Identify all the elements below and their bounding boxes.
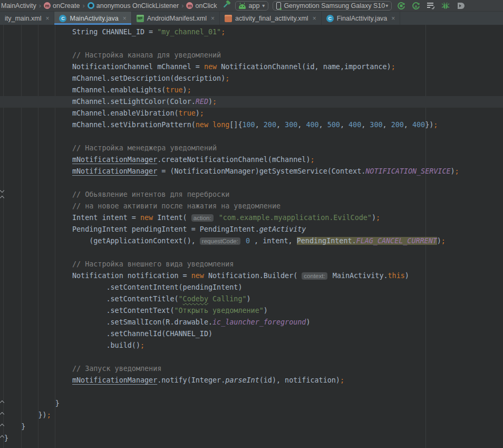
code-line[interactable]: mNotificationManager = (NotificationMana… xyxy=(0,166,503,177)
profiler-icon[interactable] xyxy=(427,2,435,10)
fold-marker-icon[interactable] xyxy=(0,411,5,416)
tab-finalacttivity-java[interactable]: C FinalActtivity.java × xyxy=(322,12,401,25)
code-line[interactable]: // Настройка внешнего вида уведомления xyxy=(0,259,503,270)
close-icon[interactable]: × xyxy=(391,15,395,22)
close-icon[interactable]: × xyxy=(211,15,215,22)
breadcrumb-label: anonymous OnClickListener xyxy=(96,2,179,9)
run-configuration-select[interactable]: app ▾ xyxy=(235,1,268,11)
code-line[interactable] xyxy=(0,131,503,142)
code-token: // Настройка внешнего вида уведомления xyxy=(4,260,234,268)
tab-label: ity_main.xml xyxy=(5,15,41,22)
code-line[interactable]: .setContentIntent(pendingIntent) xyxy=(0,282,503,293)
tab-activity-final-acttivity-xml[interactable]: activity_final_acttivity.xml × xyxy=(220,12,322,25)
code-token: true xyxy=(179,109,196,117)
debug-icon[interactable] xyxy=(441,2,450,10)
code-line[interactable]: PendingIntent pendingIntent = PendingInt… xyxy=(0,224,503,235)
close-icon[interactable]: × xyxy=(313,15,316,22)
apply-code-changes-icon[interactable]: A xyxy=(412,2,420,10)
apply-changes-icon[interactable] xyxy=(397,2,405,10)
code-token: 100 xyxy=(242,121,255,129)
code-line[interactable]: } xyxy=(0,398,503,409)
build-hammer-icon[interactable] xyxy=(222,1,231,11)
code-line[interactable] xyxy=(0,177,503,189)
code-line[interactable]: Notification notification = new Notifica… xyxy=(0,270,503,282)
fold-marker-icon[interactable] xyxy=(0,188,5,194)
code-line[interactable]: .build(); xyxy=(0,340,503,351)
breadcrumb-item-onclick[interactable]: m onClick xyxy=(186,2,217,9)
parameter-hint-chip: requestCode: xyxy=(200,237,240,245)
code-line[interactable] xyxy=(0,386,503,398)
code-token: ; xyxy=(140,341,144,349)
code-line[interactable]: // на новое активити после нажатия на ув… xyxy=(0,201,503,212)
code-token: // Настройка канала для уведомлений xyxy=(4,51,221,59)
code-line[interactable]: mChannel.setVibrationPattern(new long[]{… xyxy=(0,119,503,131)
code-line[interactable]: // Обьявление интентов для переброски xyxy=(0,189,503,201)
code-line[interactable]: .setContentText("Открыть уведомление") xyxy=(0,305,503,317)
code-token: ) xyxy=(451,167,455,175)
code-token: ; xyxy=(212,98,217,106)
close-icon[interactable]: × xyxy=(123,15,127,22)
breadcrumb-item-anonymous-class[interactable]: anonymous OnClickListener xyxy=(88,2,179,9)
fold-marker-icon[interactable] xyxy=(0,194,5,199)
fold-marker-icon[interactable] xyxy=(0,399,5,404)
code-line[interactable]: Intent intent = new Intent( action: "com… xyxy=(0,212,503,224)
code-line[interactable]: // Настройка канала для уведомлений xyxy=(0,50,503,61)
code-token: Notification notification = xyxy=(4,272,191,280)
code-token: NOTIFICATION_SERVICE xyxy=(365,167,450,175)
code-lines: String CHANNEL_ID = "my_channel_01"; // … xyxy=(0,26,503,444)
code-token xyxy=(241,237,246,245)
code-token: (getApplicationContext(), xyxy=(4,237,200,245)
code-token: 0 xyxy=(246,237,250,245)
code-token xyxy=(4,376,72,384)
code-token: , xyxy=(361,121,370,129)
breadcrumb-separator: › xyxy=(181,2,183,9)
code-line[interactable]: }); xyxy=(0,409,503,421)
code-token: , xyxy=(404,121,412,129)
code-token: }) xyxy=(425,121,433,129)
tab-androidmanifest-xml[interactable]: MF AndroidManifest.xml × xyxy=(132,12,220,25)
code-line[interactable]: .setChannelId(CHANNEL_ID) xyxy=(0,328,503,340)
code-token: ) xyxy=(437,237,441,245)
tab-mainactivity-java[interactable]: C MainActivity.java × xyxy=(54,12,131,25)
code-token: = (NotificationManager)getSystemService(… xyxy=(157,167,365,175)
tab-activity-main-xml[interactable]: ity_main.xml × xyxy=(0,12,54,25)
code-line[interactable]: mChannel.setDescription(description); xyxy=(0,73,503,84)
close-icon[interactable]: × xyxy=(45,15,49,22)
breadcrumb-label: onClick xyxy=(195,2,217,9)
code-token: NotificationChannel(id, name,importance) xyxy=(217,63,391,71)
code-line[interactable]: (getApplicationContext(), requestCode: 0… xyxy=(0,235,503,247)
breadcrumb-item-oncreate[interactable]: m onCreate xyxy=(44,2,80,9)
code-line[interactable]: mNotificationManager.createNotificationC… xyxy=(0,154,503,166)
code-line[interactable]: mChannel.enableVibration(true); xyxy=(0,108,503,119)
code-line[interactable]: String CHANNEL_ID = "my_channel_01"; xyxy=(0,26,503,38)
code-line[interactable]: } xyxy=(0,433,503,444)
code-token: mNotificationManager xyxy=(72,376,157,384)
device-select[interactable]: Genymotion Samsung Galaxy S10 ▾ xyxy=(273,1,392,11)
code-token: NotificationChannel mChannel = xyxy=(4,63,204,71)
code-line[interactable]: .setContentTitle("Codeby Calling") xyxy=(0,293,503,305)
code-token: Codeby xyxy=(183,295,208,303)
code-line[interactable]: mChannel.setLightColor(Color.RED); xyxy=(0,96,503,108)
code-token: mChannel.setLightColor(Color. xyxy=(4,98,196,106)
attach-debugger-icon[interactable] xyxy=(456,2,465,10)
code-line[interactable]: mNotificationManager.notify(Integer.pars… xyxy=(0,375,503,386)
code-token: ; xyxy=(187,86,191,94)
breadcrumb-item-class[interactable]: MainActivity xyxy=(1,2,36,9)
code-line[interactable]: } xyxy=(0,421,503,433)
code-line[interactable]: NotificationChannel mChannel = new Notif… xyxy=(0,61,503,73)
code-editor[interactable]: String CHANNEL_ID = "my_channel_01"; // … xyxy=(0,25,503,448)
fold-marker-icon[interactable] xyxy=(0,422,5,427)
code-line[interactable] xyxy=(0,247,503,259)
code-line[interactable]: mChannel.enableLights(true); xyxy=(0,84,503,96)
code-token: .setContentText( xyxy=(4,307,174,314)
method-icon: m xyxy=(186,2,193,9)
fold-marker-icon[interactable] xyxy=(0,434,5,439)
code-line[interactable]: // Настройка менеджера уведомлений xyxy=(0,142,503,154)
code-line[interactable] xyxy=(0,38,503,50)
code-line[interactable] xyxy=(0,351,503,363)
code-line[interactable]: // Запуск уведомления xyxy=(0,363,503,375)
code-token: RED xyxy=(196,98,208,106)
code-line[interactable]: .setSmallIcon(R.drawable.ic_launcher_for… xyxy=(0,317,503,328)
editor-tab-bar: ity_main.xml × C MainActivity.java × MF … xyxy=(0,12,503,25)
code-token: Intent( xyxy=(153,214,191,222)
